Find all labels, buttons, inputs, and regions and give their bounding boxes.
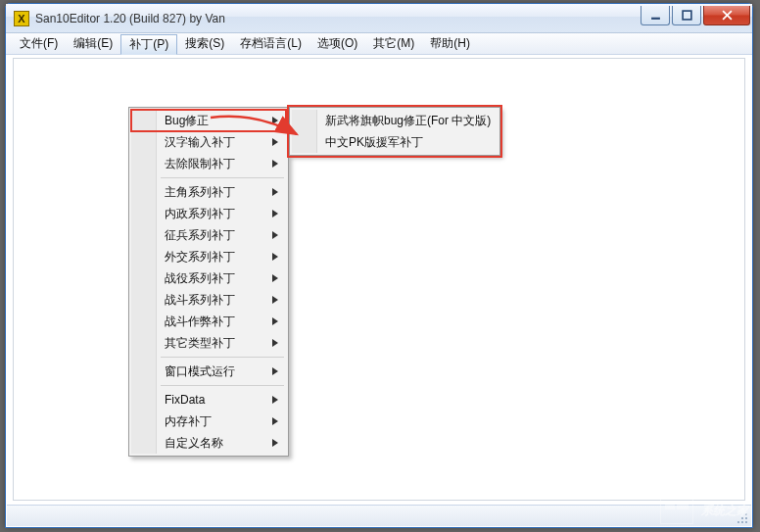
patch-menu-item[interactable]: 内政系列补丁 <box>131 203 286 224</box>
svg-rect-0 <box>651 17 660 19</box>
menu-item[interactable]: 搜索(S) <box>177 33 232 54</box>
chevron-right-icon <box>272 210 278 218</box>
menu-item-label: 中文PK版援军补丁 <box>325 134 423 151</box>
patch-menu-item[interactable]: 战役系列补丁 <box>131 267 286 289</box>
patch-menu-item[interactable]: Bug修正 <box>131 110 286 131</box>
maximize-button[interactable] <box>672 6 701 25</box>
submenu-item[interactable]: 新武将旗帜bug修正(For 中文版) <box>292 110 498 131</box>
chevron-right-icon <box>272 317 278 325</box>
submenu-item[interactable]: 中文PK版援军补丁 <box>292 131 498 153</box>
chevron-right-icon <box>272 367 278 375</box>
patch-menu-item[interactable]: 征兵系列补丁 <box>131 224 286 246</box>
app-window: X San10Editor 1.20 (Build 827) by Van 文件… <box>5 3 753 528</box>
menu-item-label: 新武将旗帜bug修正(For 中文版) <box>325 113 491 129</box>
patch-menu-item[interactable]: 汉字输入补丁 <box>131 131 286 153</box>
chevron-right-icon <box>272 138 278 146</box>
menu-item-label: 外交系列补丁 <box>165 249 235 266</box>
window-title: San10Editor 1.20 (Build 827) by Van <box>35 12 641 25</box>
chevron-right-icon <box>272 117 278 124</box>
menu-item-label: 汉字输入补丁 <box>165 134 235 151</box>
patch-menu: Bug修正汉字输入补丁去除限制补丁主角系列补丁内政系列补丁征兵系列补丁外交系列补… <box>128 107 289 457</box>
chevron-right-icon <box>272 231 278 239</box>
menu-item-label: FixData <box>165 393 205 407</box>
menu-item-label: 自定义名称 <box>165 435 223 452</box>
app-icon: X <box>14 11 29 26</box>
minimize-icon <box>650 10 661 21</box>
menu-item[interactable]: 存档语言(L) <box>232 33 309 54</box>
patch-menu-item[interactable]: 内存补丁 <box>131 411 286 432</box>
chevron-right-icon <box>272 296 278 304</box>
chevron-right-icon <box>272 160 278 168</box>
menu-item[interactable]: 选项(O) <box>309 33 365 54</box>
menu-item-label: 战役系列补丁 <box>165 270 235 287</box>
menu-item-label: 主角系列补丁 <box>165 184 235 201</box>
menu-item-label: 去除限制补丁 <box>165 156 235 172</box>
patch-menu-item[interactable]: 其它类型补丁 <box>131 332 286 354</box>
menu-separator <box>161 385 284 386</box>
watermark-logo-icon <box>660 497 693 524</box>
menu-bar: 文件(F)编辑(E)补丁(P)搜索(S)存档语言(L)选项(O)其它(M)帮助(… <box>6 33 752 55</box>
menu-item-label: 内存补丁 <box>165 413 212 430</box>
svg-rect-1 <box>683 11 691 20</box>
menu-item-label: 内政系列补丁 <box>165 206 235 222</box>
maximize-icon <box>682 10 692 21</box>
menu-item[interactable]: 其它(M) <box>365 33 422 54</box>
watermark: 系统之家 <box>660 497 748 524</box>
chevron-right-icon <box>272 274 278 282</box>
menu-item-label: 战斗系列补丁 <box>165 292 235 309</box>
chevron-right-icon <box>272 253 278 261</box>
menu-item[interactable]: 编辑(E) <box>66 33 120 54</box>
menu-item-label: 战斗作弊补丁 <box>165 314 235 330</box>
menu-item[interactable]: 文件(F) <box>12 33 66 54</box>
chevron-right-icon <box>272 339 278 347</box>
bugfix-submenu: 新武将旗帜bug修正(For 中文版)中文PK版援军补丁 <box>289 107 500 156</box>
patch-menu-item[interactable]: 主角系列补丁 <box>131 181 286 203</box>
close-button[interactable] <box>703 6 750 25</box>
status-bar <box>7 505 751 526</box>
patch-menu-item[interactable]: 外交系列补丁 <box>131 246 286 267</box>
patch-menu-item[interactable]: 战斗系列补丁 <box>131 289 286 311</box>
menu-item[interactable]: 帮助(H) <box>422 33 478 54</box>
minimize-button[interactable] <box>641 6 670 25</box>
patch-menu-item[interactable]: FixData <box>131 389 286 411</box>
chevron-right-icon <box>272 417 278 425</box>
menu-item[interactable]: 补丁(P) <box>120 34 177 55</box>
menu-separator <box>161 177 284 178</box>
chevron-right-icon <box>272 188 278 196</box>
menu-separator <box>161 357 284 358</box>
patch-menu-item[interactable]: 窗口模式运行 <box>131 361 286 382</box>
patch-menu-item[interactable]: 自定义名称 <box>131 432 286 454</box>
client-area: Bug修正汉字输入补丁去除限制补丁主角系列补丁内政系列补丁征兵系列补丁外交系列补… <box>6 55 752 527</box>
chevron-right-icon <box>272 439 278 447</box>
window-controls <box>641 6 750 25</box>
menu-item-label: 其它类型补丁 <box>165 335 235 352</box>
menu-item-label: 窗口模式运行 <box>165 363 235 380</box>
title-bar: X San10Editor 1.20 (Build 827) by Van <box>6 4 752 33</box>
menu-item-label: 征兵系列补丁 <box>165 227 235 244</box>
close-icon <box>722 10 733 21</box>
chevron-right-icon <box>272 396 278 404</box>
patch-menu-item[interactable]: 战斗作弊补丁 <box>131 311 286 332</box>
menu-item-label: Bug修正 <box>165 113 209 129</box>
watermark-text: 系统之家 <box>701 503 748 519</box>
patch-menu-item[interactable]: 去除限制补丁 <box>131 153 286 174</box>
